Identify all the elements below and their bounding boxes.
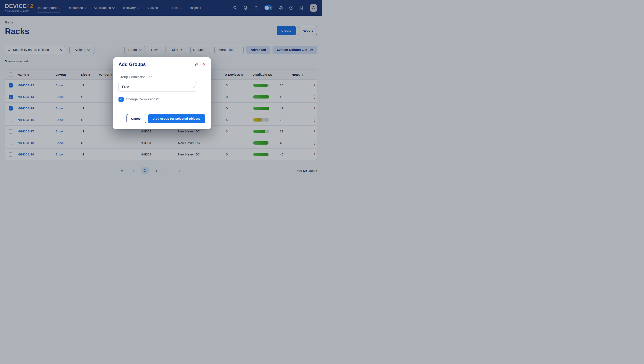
add-group-button[interactable]: Add group for selected objects	[148, 114, 205, 123]
select-value: Prod	[122, 85, 192, 89]
group-permission-select[interactable]: Prod	[118, 82, 197, 92]
racks-page: DEVICE42 A Freshworks Company Infrastruc…	[0, 0, 322, 182]
change-permissions-checkbox[interactable]: ✓	[118, 97, 124, 102]
cancel-button[interactable]: Cancel	[126, 114, 146, 123]
change-permissions-label: Change Permissions?	[126, 97, 159, 101]
expand-modal-icon[interactable]	[195, 63, 199, 67]
modal-title: Add Groups	[118, 62, 146, 67]
group-permission-label: Group Permission Add	[118, 75, 152, 79]
close-icon[interactable]: ✕	[202, 62, 206, 67]
chevron-down-icon	[192, 85, 194, 88]
add-groups-modal: Add Groups ✕ Group Permission Add Prod ✓…	[113, 57, 211, 129]
